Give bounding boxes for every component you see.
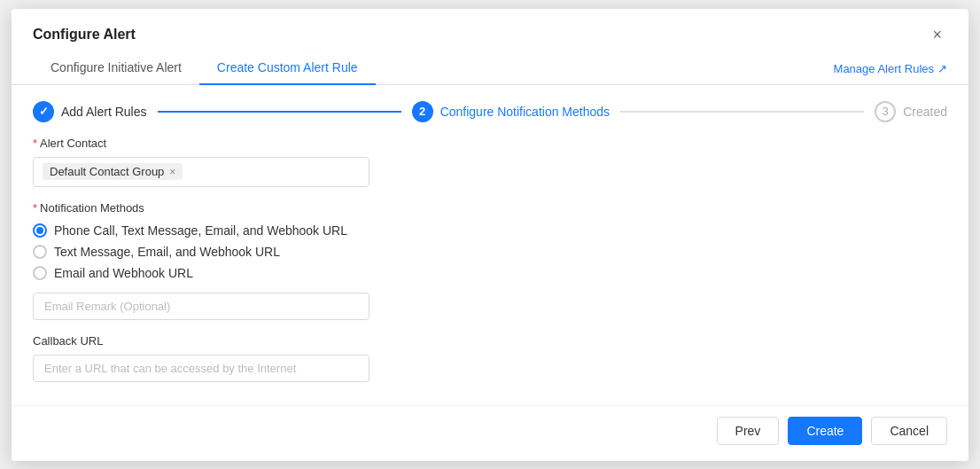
checkmark-icon: ✓ [39, 105, 49, 118]
step-2: 2 Configure Notification Methods [412, 101, 610, 122]
radio-circle-3 [33, 266, 47, 280]
dialog-body: * Alert Contact Default Contact Group × … [12, 133, 968, 405]
alert-contact-input[interactable]: Default Contact Group × [33, 157, 369, 187]
callback-url-input[interactable] [33, 355, 369, 382]
tab-create-custom-alert-rule[interactable]: Create Custom Alert Rule [199, 51, 376, 85]
tabs-row: Configure Initiative Alert Create Custom… [12, 51, 968, 85]
notification-methods-label: * Notification Methods [33, 201, 947, 215]
step-3-label: Created [903, 105, 947, 119]
contact-group-tag: Default Contact Group × [43, 163, 183, 180]
close-button[interactable]: × [927, 25, 947, 44]
step-3-circle: 3 [875, 101, 896, 122]
tag-remove-button[interactable]: × [169, 167, 175, 177]
step-line-2-3 [620, 111, 864, 113]
cancel-button[interactable]: Cancel [871, 417, 947, 445]
external-link-icon: ↗ [937, 62, 947, 75]
tab-configure-initiative-alert[interactable]: Configure Initiative Alert [33, 51, 199, 85]
step-2-label: Configure Notification Methods [440, 105, 610, 119]
steps-row: ✓ Add Alert Rules 2 Configure Notificati… [12, 85, 968, 133]
step-1-label: Add Alert Rules [61, 105, 147, 119]
dialog-footer: Prev Create Cancel [12, 405, 968, 461]
manage-alert-rules-link[interactable]: Manage Alert Rules ↗ [834, 62, 947, 84]
tabs-container: Configure Initiative Alert Create Custom… [33, 51, 376, 84]
email-remark-input[interactable] [33, 293, 369, 320]
dialog-header: Configure Alert × [12, 9, 968, 44]
prev-button[interactable]: Prev [717, 417, 780, 445]
callback-url-label: Callback URL [33, 334, 947, 348]
step-1: ✓ Add Alert Rules [33, 101, 147, 122]
radio-option-3[interactable]: Email and Webhook URL [33, 266, 947, 280]
step-3: 3 Created [875, 101, 947, 122]
radio-circle-1 [33, 223, 47, 238]
radio-option-2[interactable]: Text Message, Email, and Webhook URL [33, 245, 947, 259]
notification-methods-radio-group: Phone Call, Text Message, Email, and Web… [33, 223, 947, 280]
step-2-circle: 2 [412, 101, 433, 122]
alert-contact-label: * Alert Contact [33, 137, 947, 150]
required-star-2: * [33, 201, 37, 215]
step-1-circle: ✓ [33, 101, 54, 122]
radio-option-1[interactable]: Phone Call, Text Message, Email, and Web… [33, 223, 947, 238]
callback-url-section: Callback URL [33, 334, 947, 382]
configure-alert-dialog: Configure Alert × Configure Initiative A… [12, 9, 968, 461]
radio-circle-2 [33, 245, 47, 259]
step-line-1-2 [158, 111, 401, 113]
dialog-title: Configure Alert [33, 27, 136, 43]
required-star-1: * [33, 137, 37, 150]
create-button[interactable]: Create [788, 417, 862, 445]
